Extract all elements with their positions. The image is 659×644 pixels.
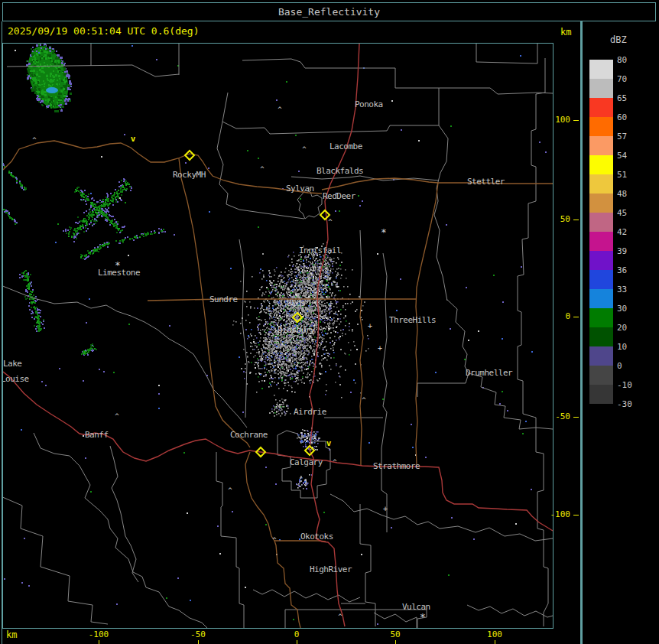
echo-pixel [278, 382, 279, 384]
dbz-scale-label: 42 [617, 227, 648, 237]
echo-pixel [284, 382, 285, 383]
echo-pixel [274, 319, 275, 320]
echo-pixel [326, 307, 328, 308]
echo-pixel [271, 321, 273, 323]
echo-pixel [295, 348, 297, 350]
echo-pixel [311, 285, 313, 287]
echo-pixel [45, 57, 47, 60]
echo-pixel [119, 240, 121, 242]
echo-pixel [127, 182, 128, 184]
echo-pixel [3, 209, 4, 210]
echo-pixel [88, 219, 89, 220]
echo-pixel [329, 313, 330, 314]
echo-pixel [300, 432, 302, 434]
echo-pixel [318, 439, 320, 441]
echo-pixel [310, 267, 312, 268]
echo-pixel [323, 272, 324, 274]
echo-pixel [111, 221, 112, 223]
county-boundary-line [469, 373, 553, 429]
echo-pixel [279, 356, 281, 358]
echo-pixel [301, 314, 303, 315]
echo-pixel [87, 196, 89, 197]
echo-pixel [267, 372, 268, 373]
echo-pixel [280, 306, 281, 307]
echo-pixel [287, 372, 288, 374]
radar-map[interactable]: PonokaLacombeBlackfaldsSylvanRedDeerStet… [2, 43, 553, 629]
echo-pixel [295, 378, 297, 379]
echo-pixel [297, 348, 298, 350]
echo-pixel [82, 191, 83, 193]
echo-pixel [264, 365, 265, 366]
echo-pixel [303, 364, 304, 366]
dbz-scale-swatch [589, 327, 613, 346]
echo-pixel [36, 311, 37, 312]
echo-pixel [312, 362, 313, 363]
echo-pixel [315, 271, 317, 272]
echo-pixel [53, 106, 54, 107]
echo-pixel [318, 294, 320, 295]
county-boundary-line [467, 605, 553, 617]
echo-pixel [277, 405, 278, 407]
echo-pixel [269, 280, 271, 281]
echo-pixel [113, 224, 115, 226]
dbz-scale-label: 10 [617, 342, 648, 352]
echo-pixel [300, 352, 302, 353]
echo-pixel [320, 262, 322, 263]
echo-pixel [90, 344, 92, 346]
city-label-vulcan: Vulcan [402, 602, 430, 612]
echo-pixel [8, 216, 10, 217]
echo-pixel [330, 265, 331, 266]
echo-pixel [316, 320, 317, 321]
echo-pixel [325, 305, 326, 307]
echo-pixel [338, 372, 339, 374]
echo-pixel [297, 377, 299, 379]
echo-pixel [515, 523, 517, 525]
echo-pixel [333, 330, 335, 332]
echo-pixel [292, 311, 294, 312]
echo-pixel [288, 335, 290, 337]
echo-pixel [322, 291, 323, 293]
echo-pixel [80, 190, 82, 191]
echo-pixel [310, 278, 312, 279]
echo-pixel [281, 285, 282, 287]
echo-pixel [38, 99, 40, 101]
echo-pixel [284, 361, 285, 363]
echo-pixel [261, 305, 263, 307]
echo-pixel [105, 243, 106, 245]
echo-pixel [309, 281, 310, 283]
echo-pixel [272, 368, 274, 369]
echo-pixel [302, 270, 304, 272]
echo-pixel [400, 278, 401, 280]
echo-pixel [86, 230, 87, 232]
echo-pixel [265, 334, 266, 336]
echo-pixel [316, 342, 317, 343]
echo-pixel [271, 313, 273, 314]
echo-pixel [305, 308, 307, 310]
echo-pixel [311, 443, 313, 444]
echo-pixel [293, 368, 294, 369]
echo-pixel [284, 288, 286, 289]
echo-pixel [313, 312, 314, 314]
county-boundary-line [110, 446, 138, 582]
echo-pixel [304, 263, 305, 265]
echo-pixel [287, 411, 288, 412]
echo-pixel [76, 190, 77, 192]
echo-pixel [287, 313, 289, 314]
echo-pixel [105, 208, 106, 210]
echo-pixel [74, 236, 76, 237]
right-axis-tick-mark [573, 515, 579, 516]
echo-pixel [285, 350, 287, 351]
echo-pixel [268, 301, 270, 303]
echo-pixel [96, 250, 98, 252]
echo-pixel [36, 330, 37, 332]
echo-pixel [281, 336, 283, 337]
echo-pixel [325, 328, 326, 330]
echo-pixel [362, 305, 364, 307]
echo-pixel [262, 270, 264, 272]
echo-pixel [307, 281, 308, 283]
echo-pixel [28, 585, 30, 587]
echo-pixel [250, 307, 252, 309]
echo-pixel [250, 353, 252, 354]
echo-pixel [310, 312, 311, 314]
radar-map-canvas[interactable]: PonokaLacombeBlackfaldsSylvanRedDeerStet… [3, 44, 553, 628]
